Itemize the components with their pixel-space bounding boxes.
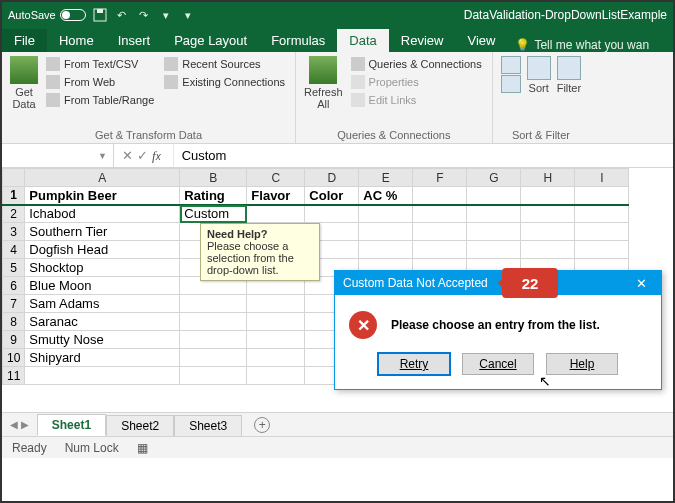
cell[interactable]: Blue Moon <box>25 277 180 295</box>
cell[interactable] <box>180 367 247 385</box>
cell[interactable]: Southern Tier <box>25 223 180 241</box>
from-web-button[interactable]: From Web <box>44 74 156 90</box>
col-header-B[interactable]: B <box>180 169 247 187</box>
cell[interactable] <box>413 205 467 223</box>
cell[interactable] <box>413 241 467 259</box>
tab-review[interactable]: Review <box>389 29 456 52</box>
edit-links-button[interactable]: Edit Links <box>349 92 484 108</box>
cell[interactable] <box>521 223 575 241</box>
row-header[interactable]: 9 <box>3 331 25 349</box>
fx-icon[interactable]: fx <box>152 148 161 164</box>
sheet-tab-1[interactable]: Sheet1 <box>37 414 106 436</box>
row-header[interactable]: 4 <box>3 241 25 259</box>
sheet-nav-arrows[interactable]: ◀ ▶ <box>2 419 37 430</box>
cell[interactable] <box>575 205 629 223</box>
from-text-csv-button[interactable]: From Text/CSV <box>44 56 156 72</box>
row-header[interactable]: 11 <box>3 367 25 385</box>
cell[interactable]: Shipyard <box>25 349 180 367</box>
sheet-tab-2[interactable]: Sheet2 <box>106 415 174 436</box>
row-header[interactable]: 10 <box>3 349 25 367</box>
cell[interactable] <box>521 205 575 223</box>
cell[interactable] <box>247 349 305 367</box>
row-header[interactable]: 7 <box>3 295 25 313</box>
properties-button[interactable]: Properties <box>349 74 484 90</box>
sort-az-icon[interactable] <box>501 56 521 74</box>
cell[interactable]: Custom▼ <box>180 205 247 223</box>
from-table-range-button[interactable]: From Table/Range <box>44 92 156 108</box>
cell[interactable]: Color <box>305 187 359 205</box>
new-sheet-button[interactable]: + <box>254 417 270 433</box>
col-header-E[interactable]: E <box>359 169 413 187</box>
cell[interactable] <box>180 331 247 349</box>
sheet-tab-3[interactable]: Sheet3 <box>174 415 242 436</box>
cell[interactable] <box>521 187 575 205</box>
cell[interactable] <box>575 241 629 259</box>
tab-insert[interactable]: Insert <box>106 29 163 52</box>
cell[interactable] <box>247 331 305 349</box>
tab-data[interactable]: Data <box>337 29 388 52</box>
autosave-toggle[interactable]: AutoSave <box>8 9 86 21</box>
cell[interactable] <box>521 241 575 259</box>
more-icon[interactable]: ▾ <box>180 7 196 23</box>
cell[interactable] <box>359 223 413 241</box>
cell[interactable] <box>247 295 305 313</box>
cell[interactable] <box>575 187 629 205</box>
tell-me-search[interactable]: 💡 Tell me what you wan <box>515 38 649 52</box>
row-header[interactable]: 3 <box>3 223 25 241</box>
cell[interactable] <box>359 241 413 259</box>
cell[interactable] <box>180 349 247 367</box>
tab-page-layout[interactable]: Page Layout <box>162 29 259 52</box>
col-header-I[interactable]: I <box>575 169 629 187</box>
cell[interactable] <box>467 187 521 205</box>
cell[interactable] <box>467 241 521 259</box>
col-header-A[interactable]: A <box>25 169 180 187</box>
cell[interactable] <box>413 223 467 241</box>
close-icon[interactable]: ✕ <box>629 276 653 291</box>
row-header[interactable]: 1 <box>3 187 25 205</box>
cell[interactable]: Ichabod <box>25 205 180 223</box>
cell[interactable]: Saranac <box>25 313 180 331</box>
save-icon[interactable] <box>92 7 108 23</box>
redo-icon[interactable]: ↷ <box>136 7 152 23</box>
cell[interactable]: Sam Adams <box>25 295 180 313</box>
undo-icon[interactable]: ↶ <box>114 7 130 23</box>
cell[interactable]: Flavor <box>247 187 305 205</box>
tab-home[interactable]: Home <box>47 29 106 52</box>
cell[interactable] <box>180 295 247 313</box>
cell[interactable]: Pumpkin Beer <box>25 187 180 205</box>
queries-connections-button[interactable]: Queries & Connections <box>349 56 484 72</box>
col-header-F[interactable]: F <box>413 169 467 187</box>
cell[interactable]: Smutty Nose <box>25 331 180 349</box>
get-data-button[interactable]: Get Data <box>10 56 38 110</box>
col-header-H[interactable]: H <box>521 169 575 187</box>
cell[interactable] <box>247 313 305 331</box>
cell[interactable]: Shocktop <box>25 259 180 277</box>
tab-formulas[interactable]: Formulas <box>259 29 337 52</box>
sort-button[interactable]: Sort <box>527 56 551 94</box>
existing-connections-button[interactable]: Existing Connections <box>162 74 287 90</box>
select-all-corner[interactable] <box>3 169 25 187</box>
macro-record-icon[interactable]: ▦ <box>137 441 148 455</box>
tab-view[interactable]: View <box>455 29 507 52</box>
col-header-D[interactable]: D <box>305 169 359 187</box>
col-header-G[interactable]: G <box>467 169 521 187</box>
cell[interactable]: Rating <box>180 187 247 205</box>
name-box[interactable]: ▼ <box>2 144 114 167</box>
cell[interactable] <box>413 187 467 205</box>
cell[interactable] <box>467 205 521 223</box>
cell[interactable] <box>305 205 359 223</box>
row-header[interactable]: 8 <box>3 313 25 331</box>
cell[interactable] <box>25 367 180 385</box>
cell[interactable] <box>180 313 247 331</box>
cell[interactable] <box>359 205 413 223</box>
cell[interactable] <box>247 367 305 385</box>
col-header-C[interactable]: C <box>247 169 305 187</box>
cell[interactable]: Dogfish Head <box>25 241 180 259</box>
enter-formula-icon[interactable]: ✓ <box>137 148 148 163</box>
cancel-formula-icon[interactable]: ✕ <box>122 148 133 163</box>
mouse-icon[interactable]: ▾ <box>158 7 174 23</box>
filter-button[interactable]: Filter <box>557 56 581 94</box>
sort-za-icon[interactable] <box>501 75 521 93</box>
row-header[interactable]: 5 <box>3 259 25 277</box>
refresh-all-button[interactable]: Refresh All <box>304 56 343 110</box>
